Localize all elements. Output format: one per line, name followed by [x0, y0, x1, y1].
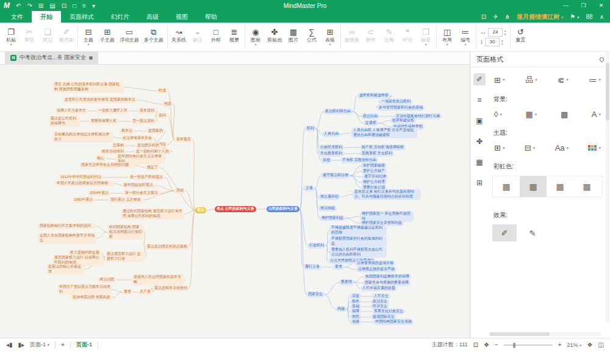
mind-node[interactable]: 履行义务	[303, 264, 321, 270]
color-palette-button[interactable]: ▾	[586, 144, 603, 152]
mind-node[interactable]: 公民的权利与义务	[267, 206, 300, 212]
fullscreen-icon[interactable]: ❖	[484, 341, 489, 348]
mind-node[interactable]: 宪法	[195, 207, 206, 213]
outline-icon[interactable]: ≡	[473, 94, 486, 106]
mind-node[interactable]: 人身自由权 人格尊严权 住宅不受侵犯 通信自由和通信秘密权	[351, 127, 417, 138]
mind-node[interactable]: 要求	[333, 264, 344, 270]
mind-node[interactable]: 具有最高的法律地位法律权威法律效力	[52, 132, 113, 143]
menu-file[interactable]: 文件	[2, 11, 32, 23]
zoom-slider[interactable]	[504, 344, 553, 346]
restore-button[interactable]: ❐	[575, 0, 592, 11]
boundary-button[interactable]: □外框	[207, 26, 225, 48]
rainbow-symmetric-button[interactable]: ▦	[520, 176, 547, 197]
floating-topic-button[interactable]: ▭浮动主题	[117, 26, 142, 48]
mind-node[interactable]: 组成	[157, 88, 168, 94]
sidebar-vertical-scrollbar[interactable]	[606, 52, 609, 323]
style-book-icon[interactable]: ▣	[473, 115, 486, 127]
numbering-button[interactable]: ≔编号▾	[456, 26, 475, 48]
mind-node[interactable]: 批评和建议权	[390, 118, 416, 124]
mind-node[interactable]: 重要性	[339, 279, 354, 285]
attachment-button[interactable]: ⊂附件	[362, 26, 380, 48]
mind-node[interactable]: 性质	[162, 101, 173, 107]
picture-button[interactable]: ▦图片	[284, 26, 303, 48]
open-icon[interactable]: ▤	[49, 2, 55, 9]
theme-style-button[interactable]: ⊞▾	[492, 142, 506, 154]
insert-frame-icon[interactable]: ⊞	[473, 177, 486, 189]
mind-node[interactable]: 坚持依宪治国 依宪执政	[71, 294, 112, 301]
pin-icon[interactable]	[599, 56, 605, 62]
zoom-out-button[interactable]: −	[495, 341, 498, 348]
menu-help[interactable]: 帮助	[196, 11, 226, 23]
watermark-button[interactable]: ▩	[559, 109, 570, 120]
print-icon[interactable]: ≡	[82, 2, 86, 9]
mind-node[interactable]: 1912年中华民国临时约法	[59, 174, 103, 180]
task-icon[interactable]: ▦	[473, 156, 486, 168]
mind-node[interactable]: 新中国起临时宪法	[122, 182, 155, 188]
mind-node[interactable]: 要求	[122, 289, 133, 295]
mind-node[interactable]: 现行宪法 五次修改	[109, 197, 143, 203]
mind-node[interactable]: 义务	[304, 185, 315, 191]
horizontal-spacing-input[interactable]: 24	[488, 28, 503, 37]
mind-node[interactable]: 政治自由	[361, 113, 379, 120]
undo-icon[interactable]: ↶	[16, 2, 21, 9]
mind-node[interactable]: 全国人大在国家机构中居于主导地位	[38, 233, 96, 244]
collapse-ribbon-icon[interactable]: ∧	[600, 13, 604, 20]
mind-node[interactable]: 历程	[174, 188, 185, 194]
current-page-tab[interactable]: 页面-1	[76, 341, 92, 349]
theme-layout-button[interactable]: ⊟▾	[523, 142, 537, 154]
layout-style-button[interactable]: ⊞▾	[492, 74, 506, 86]
send-icon[interactable]: ✈	[493, 13, 498, 20]
mind-node[interactable]: 维护国家利益	[320, 215, 345, 221]
background-text-button[interactable]: A▾	[590, 109, 603, 120]
mind-node[interactable]: 尊重和保障人权	[89, 118, 118, 124]
close-button[interactable]: ✕	[592, 0, 610, 11]
mind-node[interactable]: 宪法规范权力运行 监督权力行使	[105, 251, 145, 262]
background-image-button[interactable]: ▦▾	[524, 109, 539, 120]
mind-node[interactable]: 尊重他人权利不得损害其他公民合法的自由和权利	[329, 247, 387, 258]
mind-node[interactable]: 核心	[95, 155, 106, 162]
mind-node[interactable]: 遵守宪法和法律	[321, 173, 350, 179]
fit-window-icon[interactable]: ⊡	[481, 13, 486, 20]
horizontal-spacing-stepper[interactable]: ▴▾	[504, 29, 506, 36]
mind-node[interactable]: 第一部社会主义宪法	[123, 190, 160, 196]
mind-node[interactable]: 财产权 劳动权 物质帮助权	[360, 145, 406, 151]
rainbow-alternating-button[interactable]: ▦	[573, 176, 600, 197]
mind-node[interactable]: 1954年宪法	[88, 190, 110, 196]
paste-button[interactable]: ❐粘贴▾	[2, 26, 20, 48]
mind-node[interactable]: 中国特色国家安全道路	[373, 319, 414, 325]
mind-node[interactable]: 人身自由	[322, 131, 340, 137]
document-tab[interactable]: N 中考政治考点...务 国家安全	[5, 51, 98, 64]
mind-node[interactable]: 权利	[305, 126, 316, 132]
mind-node[interactable]: 法律要求做的必须去做	[355, 260, 395, 266]
formula-button[interactable]: ∑公式	[303, 26, 321, 48]
mind-node[interactable]: 第一部资产阶级宪法	[128, 174, 165, 180]
menu-page-style[interactable]: 页面样式	[61, 11, 102, 23]
mind-node[interactable]: 是党和人民意志的集中体现 是国家的根本法	[63, 97, 137, 103]
mind-node[interactable]: 国家安全	[306, 291, 325, 298]
mind-node[interactable]: 宪法是治国安邦的总章程	[145, 244, 189, 250]
mind-node[interactable]: 其他	[321, 157, 332, 163]
flag-icon[interactable]: ⚑ ▾	[570, 13, 579, 20]
callout-button[interactable]: ◒标注	[188, 26, 207, 48]
menu-slideshow[interactable]: 幻灯片	[102, 11, 138, 23]
subtopic-button[interactable]: ⊞子主题	[98, 26, 117, 48]
branch-style-button[interactable]: ⋐▾	[556, 74, 570, 86]
community-badge[interactable]: 88	[586, 13, 593, 20]
topic-numbering-button[interactable]: ≔▾	[587, 74, 603, 86]
sidebar-horizontal-scrollbar[interactable]	[489, 332, 601, 336]
zoom-in-button[interactable]: +	[558, 341, 562, 348]
mind-node[interactable]: 基本观念	[174, 137, 193, 143]
relationship-button[interactable]: ↝关系线	[169, 26, 188, 48]
slideshow-icon[interactable]: ▮▸	[18, 341, 25, 348]
username[interactable]: 落月摇情满江树 ▾	[517, 13, 563, 21]
menu-view[interactable]: 视图	[167, 11, 196, 23]
mind-node[interactable]: 宪法是根本活动准则	[152, 285, 189, 291]
mind-node[interactable]: 党领导人民治理国家的基本方略	[132, 274, 184, 285]
save-icon[interactable]: ⊡	[62, 2, 66, 9]
mind-node[interactable]: 根本法	[120, 128, 134, 134]
menu-advanced[interactable]: 高级	[138, 11, 167, 23]
hyperlink-button[interactable]: ∞超链接	[342, 26, 362, 48]
mind-node[interactable]: 参与管理国家和社会的基础	[377, 105, 425, 111]
reset-button[interactable]: ↺重置	[512, 26, 530, 48]
page-selector[interactable]: 页面-1 ▾	[30, 341, 49, 349]
